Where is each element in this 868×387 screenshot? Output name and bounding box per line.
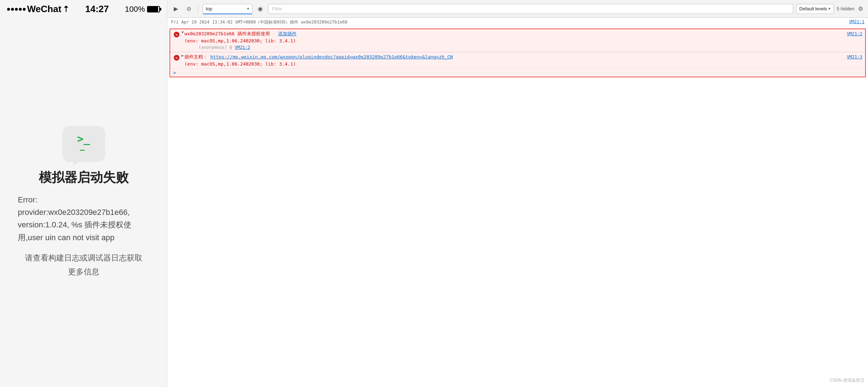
clock: 14:27 [85, 4, 109, 15]
signal-dot-5 [23, 8, 26, 11]
gear-icon: ⚙ [858, 5, 863, 12]
caret-icon: > [173, 70, 176, 76]
error2-text-prefix: 插件文档： [184, 54, 208, 60]
error1-text: wx0e203209e27b1e66 插件未授权使用 [184, 31, 270, 36]
error-row-2: ✕ ▶ 插件文档： https://mp.weixin.qq.com/wxope… [170, 52, 865, 69]
expand-arrow-2[interactable]: ▶ [182, 53, 184, 57]
hidden-count-area: 5 hidden ⚙ [837, 5, 864, 13]
battery-fill [148, 7, 158, 12]
wifi-icon: ⇡ [63, 5, 69, 14]
stop-icon: ⊘ [187, 5, 191, 12]
error1-content: wx0e203209e27b1e66 插件未授权使用 添加插件 (env: ma… [184, 30, 847, 51]
signal-dots [7, 8, 26, 11]
carrier-label: WeChat [27, 4, 61, 15]
error1-location[interactable]: VM21:2 [847, 30, 862, 36]
levels-dropdown[interactable]: Default levels ▾ [796, 4, 834, 14]
error1-anonymous-row: (anonymous) @ VM21:2 [184, 44, 847, 51]
signal-dot-4 [19, 8, 22, 11]
error2-plugin-doc-link[interactable]: https://mp.weixin.qq.com/wxopen/pluginde… [210, 54, 453, 60]
error-hint-line2: 更多信息 [68, 267, 99, 276]
levels-arrow-icon: ▾ [828, 6, 831, 11]
devtools-panel: ▶ ⊘ top ▾ ◉ Filter Default levels ▾ 5 hi… [167, 0, 868, 387]
filter-input[interactable]: Filter [268, 4, 793, 14]
error1-add-plugin-link[interactable]: 添加插件 [278, 31, 297, 36]
error2-content: 插件文档： https://mp.weixin.qq.com/wxopen/pl… [184, 53, 847, 67]
error-circle-1: ✕ [174, 32, 179, 37]
stop-button[interactable]: ⊘ [184, 4, 194, 14]
signal-dot-3 [15, 8, 18, 11]
error2-location[interactable]: VM21:3 [847, 53, 862, 60]
dropdown-arrow-icon: ▾ [247, 6, 249, 11]
expand-arrow-1[interactable]: ▼ [182, 30, 184, 34]
eye-icon: ◉ [258, 5, 263, 12]
context-selector[interactable]: top ▾ [203, 4, 252, 14]
top-label: top [206, 6, 246, 11]
battery-icon [147, 6, 160, 12]
phone-simulator: WeChat ⇡ 14:27 100% >_ — 模拟器启动失败 Error: … [0, 0, 167, 387]
filter-placeholder: Filter [272, 6, 282, 11]
console-timestamp-row: Fri Apr 19 2024 13:34:02 GMT+0800（中国标准时间… [167, 18, 868, 27]
error-row-1: ✕ ▼ wx0e203209e27b1e66 插件未授权使用 添加插件 (env… [170, 29, 865, 52]
timestamp-location[interactable]: VM21:1 [849, 19, 864, 25]
terminal-dash: — [80, 145, 84, 154]
error-circle-2: ✕ [174, 55, 179, 61]
error2-env: (env: macOS,mp,1.06.2402030; lib: 3.4.1) [184, 61, 296, 67]
eye-button[interactable]: ◉ [255, 4, 265, 14]
toolbar-separator-1 [198, 5, 198, 13]
error-hint: 请查看构建日志或调试器日志获取 更多信息 [18, 251, 150, 279]
error1-env: (env: macOS,mp,1.06.2402030; lib: 3.4.1) [184, 38, 296, 43]
status-left: WeChat ⇡ [7, 4, 69, 15]
hidden-count-label: 5 hidden [837, 6, 854, 11]
anonymous-text: (anonymous) @ [199, 45, 232, 50]
selector-underline [203, 14, 252, 14]
error-description: Error: provider:wx0e203209e27b1e66, vers… [7, 194, 160, 244]
terminal-prompt: >_ [77, 133, 90, 145]
watermark: CSDN @混血哲汉 [830, 377, 864, 383]
console-content: Fri Apr 19 2024 13:34:02 GMT+0800（中国标准时间… [167, 18, 868, 387]
status-bar: WeChat ⇡ 14:27 100% [0, 0, 167, 18]
phone-content: >_ — 模拟器启动失败 Error: provider:wx0e203209e… [0, 18, 167, 387]
error-hint-line1: 请查看构建日志或调试器日志获取 [25, 253, 142, 262]
gear-button[interactable]: ⚙ [857, 5, 864, 13]
error-title: 模拟器启动失败 [39, 169, 129, 186]
terminal-icon: >_ — [77, 134, 90, 154]
signal-dot-1 [7, 8, 10, 11]
play-button[interactable]: ▶ [171, 4, 181, 14]
signal-dot-2 [11, 8, 14, 11]
timestamp-text: Fri Apr 19 2024 13:34:02 GMT+0800（中国标准时间… [171, 19, 347, 25]
levels-label: Default levels [799, 6, 827, 11]
battery-percent: 100% [125, 5, 145, 14]
terminal-bubble: >_ — [62, 126, 105, 162]
caret-row[interactable]: > [170, 69, 865, 77]
status-right: 100% [125, 5, 160, 14]
error-icon-2: ✕ [173, 54, 180, 61]
play-icon: ▶ [174, 5, 178, 12]
devtools-toolbar: ▶ ⊘ top ▾ ◉ Filter Default levels ▾ 5 hi… [167, 0, 868, 18]
error-block: ✕ ▼ wx0e203209e27b1e66 插件未授权使用 添加插件 (env… [169, 29, 866, 77]
anonymous-link[interactable]: VM21:2 [235, 45, 250, 50]
error-icon-1: ✕ [173, 31, 180, 38]
